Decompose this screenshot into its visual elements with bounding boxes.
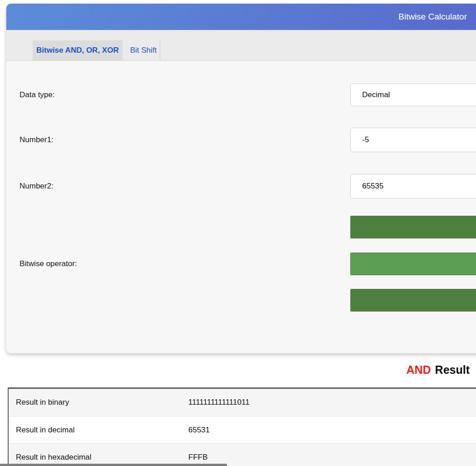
tab-bitwise-and-or-xor[interactable]: Bitwise AND, OR, XOR [33, 40, 123, 60]
tab-bit-shift[interactable]: Bit Shift [127, 40, 160, 60]
number2-label: Number2: [20, 182, 54, 191]
result-heading-suffix: Result [435, 363, 470, 376]
tab-divider [160, 41, 160, 59]
bitwise-operator-button-1[interactable] [350, 216, 476, 238]
number1-input[interactable] [350, 128, 476, 152]
number2-input[interactable] [350, 174, 476, 198]
bitwise-operator-label: Bitwise operator: [20, 259, 77, 268]
horizontal-scrollbar-thumb[interactable] [0, 464, 227, 466]
card-header: Bitwise Calculator [6, 4, 476, 30]
result-row-value: 1111111111111011 [188, 398, 476, 407]
result-row-label: Result in binary [9, 398, 188, 407]
table-row: Result in binary 1111111111111011 [9, 389, 476, 416]
result-table: Result in binary 1111111111111011 Result… [8, 387, 476, 466]
tab-strip: Bitwise AND, OR, XOR Bit Shift [6, 30, 476, 61]
data-type-selected-value: Decimal [362, 90, 390, 99]
result-row-value: FFFB [188, 453, 476, 462]
data-type-select[interactable]: Decimal [350, 84, 476, 106]
table-row: Result in decimal 65531 [9, 416, 476, 443]
result-row-label: Result in decimal [9, 426, 188, 435]
bitwise-operator-button-3[interactable] [350, 289, 476, 312]
result-heading: ANDResult [0, 363, 470, 377]
calculator-card: Bitwise Calculator Bitwise AND, OR, XOR … [6, 4, 476, 353]
number1-label: Number1: [20, 135, 54, 144]
data-type-label: Data type: [20, 90, 55, 99]
app-title: Bitwise Calculator [398, 4, 467, 30]
result-row-value: 65531 [188, 426, 476, 435]
bitwise-operator-button-2[interactable] [350, 253, 476, 275]
table-row: Result in hexadecimal FFFB [9, 443, 476, 466]
page: Bitwise Calculator Bitwise AND, OR, XOR … [0, 0, 476, 466]
result-row-label: Result in hexadecimal [9, 453, 188, 462]
result-operator: AND [406, 363, 431, 376]
